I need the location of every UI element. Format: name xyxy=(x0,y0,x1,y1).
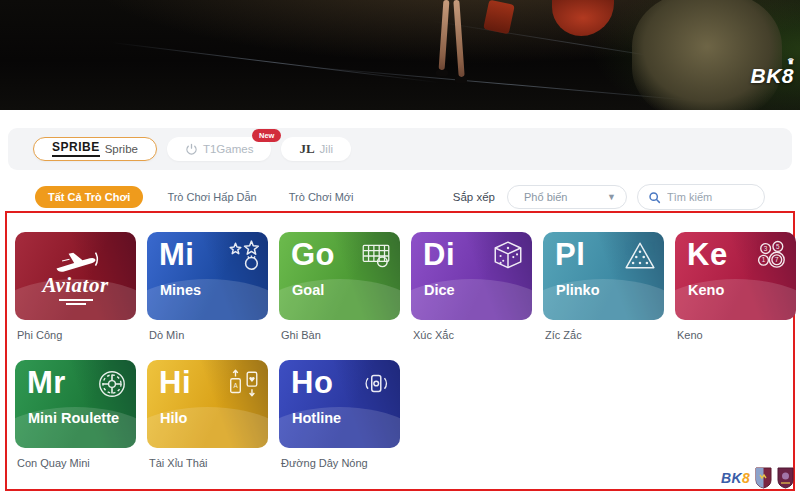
footer-logos: BK8 xyxy=(721,467,794,489)
new-badge: New xyxy=(252,129,281,142)
game-card-unit: Aviator Phi Công xyxy=(15,232,136,341)
game-abbreviation: Di xyxy=(423,237,455,273)
hotline-icon xyxy=(359,367,393,401)
club-crest-icon xyxy=(755,467,772,489)
game-card-hilo[interactable]: Hi Hilo A xyxy=(147,360,268,448)
sort-dropdown[interactable]: Phổ biến ▼ xyxy=(507,185,627,209)
game-name: Dice xyxy=(424,282,455,298)
bk8-banner-logo: BK8♛ xyxy=(750,64,794,88)
filter-tab-all-games[interactable]: Tất Cả Trò Chơi xyxy=(35,186,143,208)
game-abbreviation: Ho xyxy=(291,365,333,401)
provider-tab-spribe[interactable]: SPRIBE Spribe xyxy=(33,137,157,161)
sort-selected-value: Phổ biến xyxy=(524,191,607,203)
model-legs xyxy=(453,0,464,77)
game-name: Goal xyxy=(292,282,324,298)
svg-text:3: 3 xyxy=(764,245,768,252)
heel-shoe xyxy=(436,70,448,76)
svg-text:A: A xyxy=(233,382,238,389)
game-caption: Phi Công xyxy=(17,329,136,341)
floor-line xyxy=(111,42,439,83)
goal-icon xyxy=(359,239,393,273)
mines-icon xyxy=(227,239,261,273)
provider-tab-jili[interactable]: JL Jili xyxy=(281,137,351,161)
aviator-logo: Aviator xyxy=(15,232,136,320)
provider-tab-label: Spribe xyxy=(105,143,138,155)
game-card-plinko[interactable]: Pl Plinko xyxy=(543,232,664,320)
game-caption: Xúc Xắc xyxy=(413,329,532,341)
game-name: Hotline xyxy=(292,410,341,426)
bk8-footer-logo: BK8 xyxy=(721,470,750,486)
filter-tab-hot-games[interactable]: Trò Chơi Hấp Dẫn xyxy=(167,191,256,203)
provider-tab-t1games[interactable]: T1Games New xyxy=(167,137,272,161)
game-card-unit: Pl Plinko Zíc Zắc xyxy=(543,232,664,341)
game-abbreviation: Ke xyxy=(687,237,728,273)
game-card-unit: Go Goal Ghi Bàn xyxy=(279,232,400,341)
dice-icon xyxy=(491,239,525,273)
game-abbreviation: Mi xyxy=(159,237,194,273)
person-silhouette xyxy=(632,0,782,110)
hilo-icon: A xyxy=(227,367,261,401)
game-card-goal[interactable]: Go Goal xyxy=(279,232,400,320)
game-abbreviation: Go xyxy=(291,237,335,273)
model-legs xyxy=(439,0,450,70)
provider-tab-label: T1Games xyxy=(203,143,254,155)
game-name: Keno xyxy=(688,282,724,298)
game-card-unit: Ho Hotline Đường Dây Nóng xyxy=(279,360,400,469)
game-abbreviation: Hi xyxy=(159,365,191,401)
game-card-dice[interactable]: Di Dice xyxy=(411,232,532,320)
game-name: Mini Roulette xyxy=(28,410,119,426)
provider-tab-strip: SPRIBE Spribe T1Games New JL Jili xyxy=(8,128,792,170)
game-name: Plinko xyxy=(556,282,600,298)
crown-icon: ♛ xyxy=(787,57,795,66)
search-box xyxy=(637,184,765,210)
search-icon xyxy=(648,191,661,204)
game-card-unit: Mr Mini Roulette Con Quay Mini xyxy=(15,360,136,469)
plinko-icon xyxy=(623,239,657,273)
games-highlight-box: Aviator Phi Công Mi Mines Dò Mìn Go Goal… xyxy=(5,211,795,491)
game-caption: Tài Xỉu Thái xyxy=(149,457,268,469)
svg-text:1: 1 xyxy=(762,256,766,263)
jili-logo: JL xyxy=(299,141,314,157)
svg-text:7: 7 xyxy=(775,256,779,263)
hero-banner: BK8♛ xyxy=(0,0,800,110)
game-card-unit: Ke Keno 3517 Keno xyxy=(675,232,796,341)
game-card-hotline[interactable]: Ho Hotline xyxy=(279,360,400,448)
game-card-unit: Hi Hilo A Tài Xỉu Thái xyxy=(147,360,268,469)
roulette-icon xyxy=(95,367,129,401)
game-card-unit: Di Dice Xúc Xắc xyxy=(411,232,532,341)
game-caption: Keno xyxy=(677,329,796,341)
game-caption: Con Quay Mini xyxy=(17,457,136,469)
filter-row: Tất Cả Trò Chơi Trò Chơi Hấp Dẫn Trò Chơ… xyxy=(8,184,792,210)
search-input[interactable] xyxy=(667,191,747,203)
game-name: Hilo xyxy=(160,410,187,426)
game-card-mines[interactable]: Mi Mines xyxy=(147,232,268,320)
red-object-shape xyxy=(483,0,515,34)
game-card-aviator[interactable]: Aviator xyxy=(15,232,136,320)
game-caption: Dò Mìn xyxy=(149,329,268,341)
chevron-down-icon: ▼ xyxy=(607,192,616,202)
games-grid: Aviator Phi Công Mi Mines Dò Mìn Go Goal… xyxy=(7,213,793,477)
club-crest-icon xyxy=(777,467,794,489)
game-name: Mines xyxy=(160,282,201,298)
sort-label: Sắp xếp xyxy=(453,191,495,203)
red-aircraft-shape xyxy=(552,0,614,36)
game-card-unit: Mi Mines Dò Mìn xyxy=(147,232,268,341)
game-abbreviation: Mr xyxy=(27,365,66,401)
game-caption: Zíc Zắc xyxy=(545,329,664,341)
power-icon xyxy=(185,143,198,156)
game-caption: Đường Dây Nóng xyxy=(281,457,400,469)
filter-tab-new-games[interactable]: Trò Chơi Mới xyxy=(289,191,354,203)
heel-shoe xyxy=(455,77,467,83)
keno-icon: 3517 xyxy=(755,239,789,273)
svg-text:5: 5 xyxy=(776,243,780,250)
game-caption: Ghi Bàn xyxy=(281,329,400,341)
game-abbreviation: Pl xyxy=(555,237,585,273)
game-card-keno[interactable]: Ke Keno 3517 xyxy=(675,232,796,320)
provider-tab-label: Jili xyxy=(320,143,333,155)
spribe-logo: SPRIBE xyxy=(52,141,100,156)
aviator-logo-text: Aviator xyxy=(42,275,108,296)
game-card-mini-roulette[interactable]: Mr Mini Roulette xyxy=(15,360,136,448)
plane-icon xyxy=(47,249,105,275)
